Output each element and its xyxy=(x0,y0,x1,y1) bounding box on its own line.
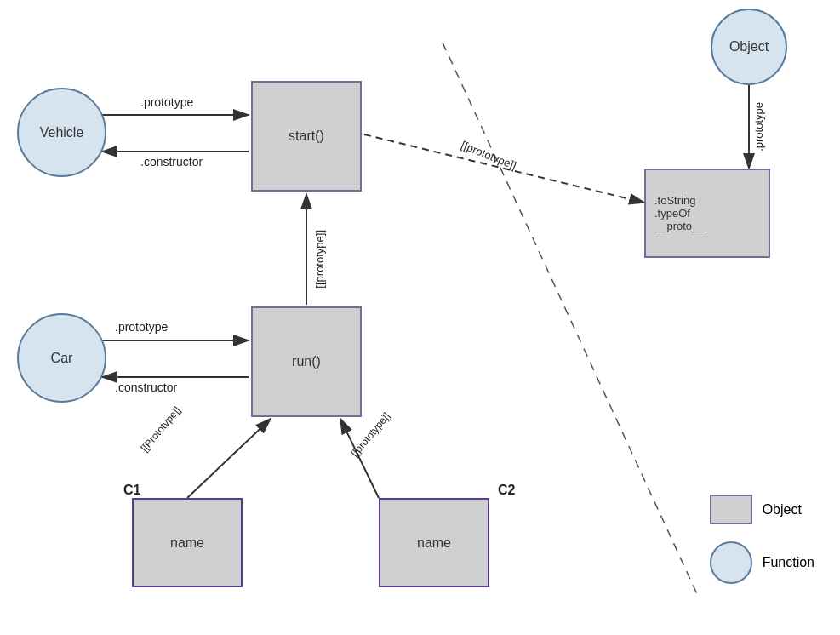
object-circle: Object xyxy=(711,9,787,85)
c2-box-label: name xyxy=(417,535,451,551)
legend-object-item: Object xyxy=(710,495,814,524)
object-circle-label: Object xyxy=(729,39,769,54)
diagram-container: Vehicle Car Object start() run() .toStri… xyxy=(0,0,840,635)
car-prototype-label: .prototype xyxy=(115,320,168,334)
car-label: Car xyxy=(51,351,73,366)
legend: Object Function xyxy=(710,495,814,584)
run-start-prototype-label: [[prototype]] xyxy=(313,230,326,289)
vehicle-label: Vehicle xyxy=(40,125,84,140)
vehicle-circle: Vehicle xyxy=(17,88,106,177)
car-circle: Car xyxy=(17,313,106,403)
legend-function-label: Function xyxy=(763,555,814,570)
object-method-2: .typeOf xyxy=(654,207,690,220)
svg-line-9 xyxy=(187,419,271,498)
object-methods-box: .toString .typeOf __proto__ xyxy=(644,169,770,258)
c2-text-label: C2 xyxy=(498,483,515,498)
car-constructor-label: .constructor xyxy=(115,380,177,394)
legend-object-label: Object xyxy=(763,502,802,518)
start-label: start() xyxy=(289,129,324,144)
legend-function-circle xyxy=(710,541,752,584)
object-method-1: .toString xyxy=(654,194,695,207)
c2-box: name xyxy=(379,498,489,587)
c1-box: name xyxy=(132,498,243,587)
start-box: start() xyxy=(251,81,362,192)
run-box: run() xyxy=(251,306,362,417)
run-label: run() xyxy=(292,354,321,369)
object-method-3: __proto__ xyxy=(654,220,705,232)
legend-function-item: Function xyxy=(710,541,814,584)
vehicle-constructor-label: .constructor xyxy=(140,155,203,169)
legend-object-rect xyxy=(710,495,752,524)
c1-box-label: name xyxy=(170,535,204,551)
vehicle-prototype-label: .prototype xyxy=(140,95,193,109)
object-prototype-label: .prototype xyxy=(752,102,765,152)
c1-text-label: C1 xyxy=(123,483,140,498)
